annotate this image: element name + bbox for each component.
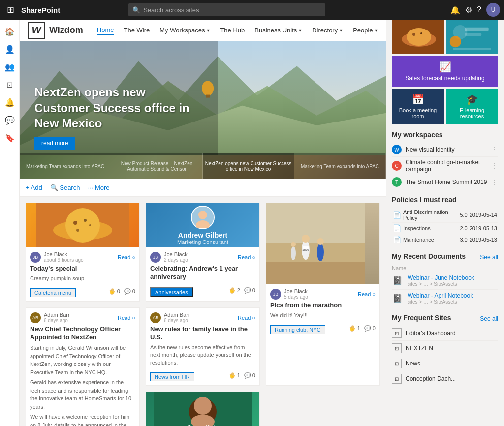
onenote-icon-2: 📓 (392, 293, 404, 304)
marathon-author-time: 5 days ago (284, 294, 308, 300)
home-icon[interactable]: 🏠 (2, 24, 18, 39)
grace-card-image: Grace Kuta Journalist (146, 392, 259, 426)
policy-row-3[interactable]: 📄 Maintenance 3.0 2019-05-13 (392, 234, 498, 245)
marathon-reactions: 🖐 1 💬 0 (349, 325, 376, 332)
svg-point-37 (412, 33, 415, 36)
workspace-item-1[interactable]: W New visual identity ⋮ (392, 143, 498, 157)
cafeteria-menu-tag[interactable]: Cafeteria menu (30, 288, 76, 297)
avatar[interactable]: U (486, 3, 500, 17)
nav-wire[interactable]: The Wire (124, 26, 150, 35)
nav-people[interactable]: People ▼ (353, 26, 378, 35)
frequent-sites-title-row: My Frequent Sites See all (392, 312, 498, 326)
nav-home[interactable]: Home (97, 25, 114, 35)
sales-forecast-card[interactable]: 📈 Sales forecast needs updating (392, 56, 498, 87)
notification-icon[interactable]: 🔔 (450, 5, 460, 15)
policy-icon-2: 📄 (392, 223, 402, 234)
cto-card-meta: AB Adam Barr 6 days ago Read ○ (30, 312, 135, 323)
read-btn-cto[interactable]: Read ○ (118, 315, 135, 321)
news-hr-tag2[interactable]: News from HR (150, 372, 194, 381)
cto-desc: Starting in July, Gerald Wilkinson will … (30, 344, 135, 376)
news-toolbar: + Add 🔍 Search ··· More (20, 179, 386, 197)
apps-icon[interactable]: ⊡ (2, 77, 18, 92)
grid-icon[interactable]: ⊞ (4, 4, 17, 15)
family-desc: As the new rules become effective from n… (150, 344, 255, 366)
freq-item-2[interactable]: ⊡ NEXTZEN (392, 341, 498, 356)
andrew-avatar (191, 206, 215, 229)
read-btn-family[interactable]: Read ○ (238, 315, 255, 321)
hero-thumb-2[interactable]: New Product Release – NextZen Automatic … (111, 153, 203, 179)
marathon-card-image: 1879 (266, 203, 379, 284)
search-bar[interactable]: 🔍 (128, 3, 325, 16)
bell-icon[interactable]: 🔔 (2, 94, 18, 110)
read-btn-2[interactable]: Read ○ (238, 254, 255, 260)
svg-point-13 (76, 229, 79, 232)
news-card-food: JB Joe Black about 9 hours ago Read ○ To… (26, 203, 140, 302)
policy-row-1[interactable]: 📄 Anti-Discrimination Policy 5.0 2019-05… (392, 208, 498, 223)
doc-item-2[interactable]: 📓 Webinar - April Notebook sites > … > S… (392, 290, 498, 307)
people-icon[interactable]: 👥 (2, 59, 18, 75)
nav-hub[interactable]: The Hub (220, 26, 245, 35)
anniversaries-tag[interactable]: Anniversaries (150, 287, 193, 297)
nav-directory[interactable]: Directory ▼ (312, 26, 343, 35)
right-panel: 📈 Sales forecast needs updating 📅 Book a… (386, 20, 504, 426)
workspace-item-2[interactable]: C Climate control go-to-market campaign … (392, 157, 498, 175)
running-club-tag[interactable]: Running club, NYC (270, 325, 325, 334)
hero-thumb-3[interactable]: NextZen opens new Customer Success offic… (203, 153, 294, 179)
settings-icon[interactable]: ⚙ (465, 5, 472, 15)
bookmark-icon[interactable]: 🔖 (2, 130, 18, 146)
policy-name-3: Maintenance (402, 234, 459, 245)
more-btn[interactable]: ··· More (88, 184, 109, 191)
read-btn-marathon[interactable]: Read ○ (358, 291, 376, 297)
hero-banner: NextZen opens new Customer Success offic… (20, 41, 386, 179)
user-icon[interactable]: 👤 (2, 41, 18, 57)
elearning-btn[interactable]: 🎓 E-learning resources (446, 89, 498, 124)
search-news-btn[interactable]: 🔍 Search (50, 184, 80, 191)
meeting-room-btn[interactable]: 📅 Book a meeting room (392, 89, 444, 124)
recent-docs-see-all[interactable]: See all (480, 254, 498, 261)
search-input[interactable] (143, 6, 321, 14)
read-btn-1[interactable]: Read ○ (118, 254, 135, 260)
frequent-sites-title: My Frequent Sites (392, 312, 451, 322)
ws-more-3[interactable]: ⋮ (491, 178, 498, 186)
recent-docs-title: My Recent Documents (392, 250, 466, 260)
nav-business[interactable]: Business Units ▼ (254, 26, 302, 35)
freq-label-3: News (406, 360, 420, 367)
andrew-card-image: Andrew Gilbert Marketing Consultant (146, 203, 259, 247)
frequent-sites-see-all[interactable]: See all (480, 315, 498, 322)
ws-icon-3: T (392, 177, 402, 187)
svg-point-25 (291, 242, 296, 247)
ws-more-1[interactable]: ⋮ (491, 146, 498, 153)
freq-item-4[interactable]: ⊡ Conception Dach... (392, 371, 498, 386)
svg-point-30 (194, 397, 212, 415)
nav-workspaces[interactable]: My Workspaces ▼ (159, 26, 210, 35)
policy-date-2: 2019-05-13 (469, 223, 498, 234)
sales-label: Sales forecast needs updating (397, 75, 493, 82)
marathon-card-body: JB Joe Black 5 days ago Read ○ Pics from… (266, 284, 379, 338)
family-title: New rules for family leave in the U.S. (150, 325, 255, 342)
doc-name-2: Webinar - April Notebook (408, 292, 498, 299)
recent-docs-section: My Recent Documents See all Name 📓 Webin… (392, 250, 498, 307)
doc-item-1[interactable]: 📓 Webinar - June Notebook sites > … > Si… (392, 272, 498, 290)
ws-more-2[interactable]: ⋮ (491, 162, 498, 170)
policy-row-2[interactable]: 📄 Inspections 2.0 2019-05-13 (392, 223, 498, 234)
help-icon[interactable]: ? (477, 5, 481, 14)
chat-icon[interactable]: 💬 (2, 112, 18, 128)
rp-top-images (392, 20, 498, 54)
workspace-item-3[interactable]: T The Smart Home Summit 2019 ⋮ (392, 175, 498, 189)
family-footer: News from HR 🖐 1 💬 0 (150, 369, 255, 381)
policy-version-2: 2.0 (459, 223, 468, 234)
add-btn[interactable]: + Add (26, 184, 42, 191)
site-logo[interactable]: W Wizdom (28, 22, 83, 39)
svg-rect-44 (453, 48, 491, 50)
hero-read-more-btn[interactable]: read more (34, 137, 75, 150)
svg-point-22 (317, 243, 324, 261)
freq-item-1[interactable]: ⊡ Editor's Dashboard (392, 326, 498, 341)
recent-docs-title-row: My Recent Documents See all (392, 250, 498, 264)
ws-label-2: Climate control go-to-market campaign (406, 159, 487, 173)
andrew-card-body: JB Joe Black 2 days ago Read ○ Celebrati… (146, 247, 259, 301)
freq-label-1: Editor's Dashboard (406, 330, 456, 336)
freq-item-3[interactable]: ⊡ News (392, 356, 498, 371)
hero-thumb-4[interactable]: Marketing Team expands into APAC (294, 153, 386, 179)
marathon-title: Pics from the marathon (270, 302, 376, 310)
hero-thumb-1[interactable]: Marketing Team expands into APAC (20, 153, 111, 179)
